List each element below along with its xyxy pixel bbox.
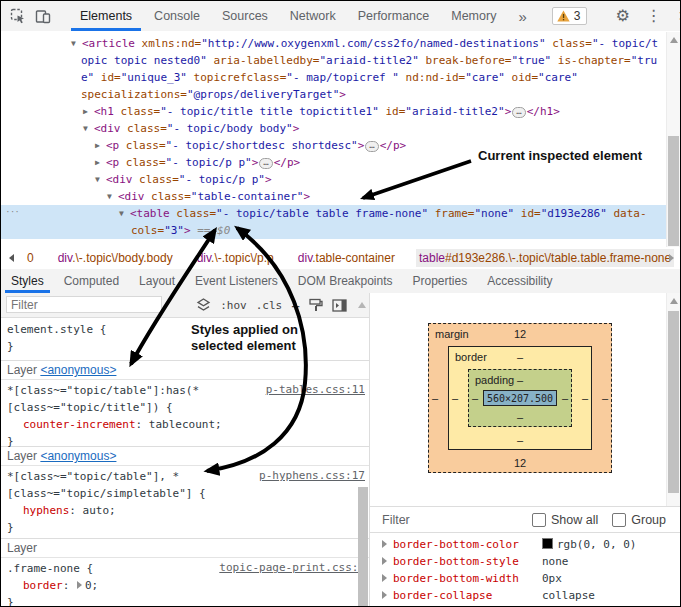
settings-gear-icon[interactable]: ⚙	[607, 8, 637, 24]
tab-styles[interactable]: Styles	[1, 269, 54, 293]
css-rule-frame-none[interactable]: topic-page-print.css:7 .frame-none { bor…	[1, 558, 369, 606]
scroll-up-icon[interactable]	[670, 37, 678, 43]
dom-node-p[interactable]: ▶<p class="- topic/p p">…</p>	[1, 154, 680, 171]
expand-arrow-icon[interactable]: ▶	[95, 154, 106, 171]
checkbox-icon[interactable]	[612, 513, 626, 527]
breadcrumb-scroll-right-icon[interactable]	[669, 254, 674, 262]
padding-right-value[interactable]: –	[562, 392, 568, 404]
tab-elements[interactable]: Elements	[69, 1, 143, 31]
dom-node-table-line1[interactable]: ▼<table class="- topic/table table frame…	[1, 205, 680, 222]
dom-node-p-shortdesc[interactable]: ▶<p class="- topic/shortdesc shortdesc">…	[1, 137, 680, 154]
scroll-up-icon[interactable]	[670, 298, 678, 304]
border-right-value[interactable]: –	[582, 392, 588, 404]
expand-ellipsis-icon[interactable]: …	[365, 141, 378, 152]
computed-filter-label[interactable]: Filter	[382, 513, 410, 527]
breadcrumb-item-partial[interactable]: 0	[24, 249, 37, 267]
layer-anonymous-link[interactable]: <anonymous>	[40, 449, 116, 463]
dom-node-table-line2[interactable]: cols="3"> == $0	[1, 222, 680, 239]
stylesheet-link[interactable]: p-tables.css:11	[266, 383, 365, 396]
stylesheet-link[interactable]: topic-page-print.css:7	[219, 561, 365, 574]
warnings-badge[interactable]: 3	[552, 7, 588, 25]
element-style-section[interactable]: element.style { } Styles applied on sele…	[1, 318, 369, 361]
expand-arrow-icon[interactable]	[382, 540, 387, 548]
dom-node-div-p[interactable]: ▼<div class="- topic/p p">	[1, 171, 680, 188]
breadcrumb-item-body[interactable]: div.\-.topic\/body.body	[55, 249, 176, 267]
margin-bottom-value[interactable]: 12	[429, 457, 611, 469]
dom-node-h1[interactable]: ▶<h1 class="- topic/title title topictit…	[1, 103, 680, 120]
computed-row-border-bottom-style[interactable]: border-bottom-stylenone	[370, 553, 680, 570]
kebab-menu-icon[interactable]: ⋮	[638, 8, 670, 24]
breadcrumb-item-table-container[interactable]: div.table-container	[295, 249, 398, 267]
scroll-up-icon[interactable]	[358, 302, 366, 308]
margin-right-value[interactable]: –	[602, 392, 608, 404]
collapse-arrow-icon[interactable]: ▼	[71, 35, 82, 52]
styles-filter-input[interactable]	[6, 296, 162, 313]
inspect-element-icon[interactable]	[10, 7, 26, 25]
paint-roller-icon[interactable]	[309, 298, 323, 312]
border-bottom-value[interactable]: –	[449, 434, 591, 446]
tab-properties[interactable]: Properties	[403, 269, 478, 293]
computed-row-border-bottom-width[interactable]: border-bottom-width0px	[370, 570, 680, 587]
checkbox-icon[interactable]	[532, 513, 546, 527]
scrollbar-thumb[interactable]	[668, 136, 679, 246]
css-declaration[interactable]: counter-increment: tablecount;	[7, 416, 363, 433]
css-declaration[interactable]: hyphens: auto;	[7, 502, 363, 519]
expand-arrow-icon[interactable]	[382, 557, 387, 565]
breadcrumb-scroll-left-icon[interactable]	[9, 254, 14, 262]
expand-arrow-icon[interactable]	[382, 574, 387, 582]
box-model-scrollbar[interactable]	[666, 293, 680, 506]
computed-row-border-bottom-color[interactable]: border-bottom-colorrgb(0, 0, 0)	[370, 536, 680, 553]
expand-ellipsis-icon[interactable]: …	[512, 107, 525, 118]
tab-console[interactable]: Console	[143, 1, 211, 31]
breadcrumb-item-p[interactable]: div.\-.topic\/p.p	[194, 249, 277, 267]
tab-event-listeners[interactable]: Event Listeners	[185, 269, 288, 293]
gutter-ellipsis-icon[interactable]: ···	[6, 205, 20, 217]
dom-node-article-wrap[interactable]: specializations="@props/deliveryTarget">	[1, 86, 680, 103]
collapse-arrow-icon[interactable]: ▼	[83, 120, 94, 137]
tab-memory[interactable]: Memory	[440, 1, 507, 31]
show-all-checkbox[interactable]: Show all	[532, 513, 598, 527]
box-model-margin[interactable]: margin 12 12 – – border – – – – padding …	[428, 323, 612, 473]
collapse-arrow-icon[interactable]: ▼	[95, 171, 106, 188]
border-top-value[interactable]: –	[449, 351, 591, 363]
tab-network[interactable]: Network	[279, 1, 347, 31]
breadcrumb-item-table[interactable]: table#d193e286.\-.topic\/table.table.fra…	[416, 249, 674, 267]
computed-sidebar-toggle-icon[interactable]	[332, 299, 347, 312]
box-model-border[interactable]: border – – – – padding – – – – 560×207.5…	[448, 346, 592, 450]
padding-bottom-value[interactable]: –	[469, 411, 571, 423]
new-style-rule-icon[interactable]: +	[291, 298, 300, 313]
tab-dom-breakpoints[interactable]: DOM Breakpoints	[288, 269, 403, 293]
stylesheet-link[interactable]: p-hyphens.css:17	[259, 469, 365, 482]
tab-accessibility[interactable]: Accessibility	[477, 269, 562, 293]
element-states-icon[interactable]	[196, 298, 211, 312]
expand-arrow-icon[interactable]: ▶	[83, 103, 94, 120]
expand-ellipsis-icon[interactable]: …	[259, 158, 272, 169]
dom-scrollbar[interactable]	[666, 32, 680, 247]
color-swatch[interactable]	[542, 538, 553, 549]
close-icon[interactable]: ✕	[670, 9, 681, 23]
scrollbar-thumb[interactable]	[358, 487, 368, 606]
scrollbar-thumb[interactable]	[668, 311, 679, 493]
tab-computed[interactable]: Computed	[54, 269, 129, 293]
computed-row-border-collapse[interactable]: border-collapsecollapse	[370, 587, 680, 604]
box-model-padding[interactable]: padding – – – – 560×207.500	[468, 369, 572, 427]
expand-arrow-icon[interactable]	[382, 591, 387, 599]
toggle-hover-button[interactable]: :hov	[220, 299, 247, 312]
css-rule-p-tables[interactable]: p-tables.css:11 *[class~="topic/table"]:…	[1, 380, 369, 447]
styles-scrollbar[interactable]	[357, 317, 369, 606]
expand-shorthand-icon[interactable]	[77, 581, 82, 589]
computed-row-border-image-outset[interactable]: border-image-outset0	[370, 604, 680, 606]
expand-arrow-icon[interactable]: ▶	[95, 137, 106, 154]
more-tabs-icon[interactable]: »	[507, 1, 537, 31]
collapse-arrow-icon[interactable]: ▼	[119, 205, 130, 222]
tab-sources[interactable]: Sources	[211, 1, 279, 31]
dom-node-table-selected[interactable]: ··· ▼<table class="- topic/table table f…	[1, 205, 680, 239]
border-left-value[interactable]: –	[452, 392, 458, 404]
dom-node-div-table-container[interactable]: ▼<div class="table-container">	[1, 188, 680, 205]
group-checkbox[interactable]: Group	[612, 513, 666, 527]
tab-performance[interactable]: Performance	[347, 1, 441, 31]
padding-top-value[interactable]: –	[469, 374, 571, 386]
css-rule-p-hyphens[interactable]: p-hyphens.css:17 *[class~="topic/table"]…	[1, 466, 369, 539]
dom-node-div-body[interactable]: ▼<div class="- topic/body body">	[1, 120, 680, 137]
margin-left-value[interactable]: –	[432, 392, 438, 404]
